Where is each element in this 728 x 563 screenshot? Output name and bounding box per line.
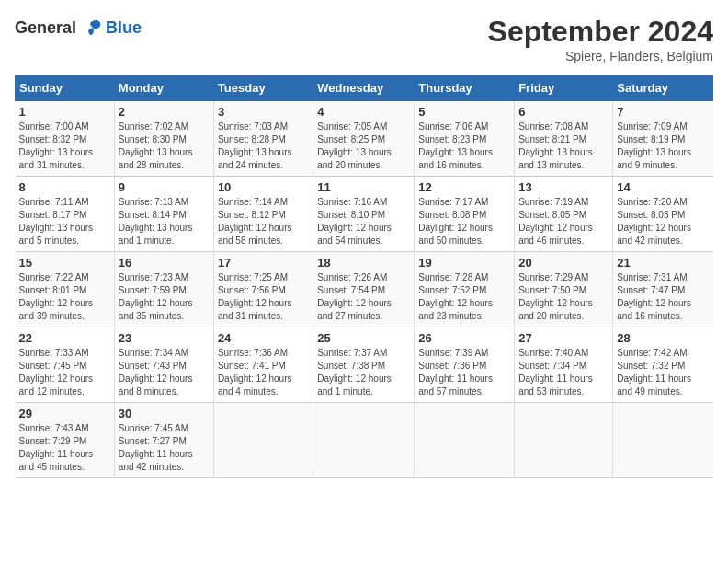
day-detail: Sunrise: 7:16 AM Sunset: 8:10 PM Dayligh…: [317, 196, 410, 247]
day-detail: Sunrise: 7:43 AM Sunset: 7:29 PM Dayligh…: [19, 422, 110, 474]
day-detail: Sunrise: 7:23 AM Sunset: 7:59 PM Dayligh…: [119, 271, 210, 323]
day-number: 24: [218, 331, 309, 345]
calendar-cell: 8Sunrise: 7:11 AM Sunset: 8:17 PM Daylig…: [16, 177, 115, 252]
logo-bird-icon: [78, 15, 104, 40]
day-detail: Sunrise: 7:22 AM Sunset: 8:01 PM Dayligh…: [19, 271, 110, 323]
day-number: 17: [218, 256, 309, 270]
day-detail: Sunrise: 7:05 AM Sunset: 8:25 PM Dayligh…: [317, 121, 410, 172]
day-detail: Sunrise: 7:17 AM Sunset: 8:08 PM Dayligh…: [418, 196, 510, 247]
calendar-cell: [313, 403, 415, 478]
calendar-cell: 27Sunrise: 7:40 AM Sunset: 7:34 PM Dayli…: [515, 327, 613, 403]
calendar-cell: 20Sunrise: 7:29 AM Sunset: 7:50 PM Dayli…: [515, 252, 613, 327]
day-number: 14: [617, 180, 709, 194]
calendar-cell: 22Sunrise: 7:33 AM Sunset: 7:45 PM Dayli…: [16, 327, 115, 403]
day-number: 1: [19, 105, 110, 119]
day-number: 5: [418, 105, 510, 119]
calendar-cell: [613, 403, 713, 478]
calendar-cell: 5Sunrise: 7:06 AM Sunset: 8:23 PM Daylig…: [415, 101, 515, 177]
day-detail: Sunrise: 7:36 AM Sunset: 7:41 PM Dayligh…: [218, 347, 309, 398]
day-detail: Sunrise: 7:06 AM Sunset: 8:23 PM Dayligh…: [418, 121, 510, 172]
column-header-monday: Monday: [114, 75, 213, 101]
day-detail: Sunrise: 7:26 AM Sunset: 7:54 PM Dayligh…: [317, 271, 410, 323]
calendar-cell: 24Sunrise: 7:36 AM Sunset: 7:41 PM Dayli…: [213, 327, 313, 403]
calendar-cell: 18Sunrise: 7:26 AM Sunset: 7:54 PM Dayli…: [313, 252, 415, 327]
day-detail: Sunrise: 7:13 AM Sunset: 8:14 PM Dayligh…: [119, 196, 210, 247]
day-number: 23: [119, 331, 210, 345]
day-number: 19: [418, 256, 510, 270]
logo-general: General: [15, 18, 76, 38]
column-header-wednesday: Wednesday: [313, 75, 415, 101]
calendar-table: SundayMondayTuesdayWednesdayThursdayFrid…: [15, 75, 713, 478]
calendar-cell: 23Sunrise: 7:34 AM Sunset: 7:43 PM Dayli…: [114, 327, 213, 403]
calendar-cell: 13Sunrise: 7:19 AM Sunset: 8:05 PM Dayli…: [515, 177, 613, 252]
header: General Blue September 2024 Spiere, Flan…: [15, 15, 713, 63]
day-detail: Sunrise: 7:42 AM Sunset: 7:32 PM Dayligh…: [617, 347, 709, 398]
calendar-cell: 26Sunrise: 7:39 AM Sunset: 7:36 PM Dayli…: [415, 327, 515, 403]
column-header-saturday: Saturday: [613, 75, 713, 101]
calendar-cell: 10Sunrise: 7:14 AM Sunset: 8:12 PM Dayli…: [213, 177, 313, 252]
week-row-1: 1Sunrise: 7:00 AM Sunset: 8:32 PM Daylig…: [16, 101, 713, 177]
day-number: 2: [119, 105, 210, 119]
day-detail: Sunrise: 7:33 AM Sunset: 7:45 PM Dayligh…: [19, 347, 110, 398]
week-row-2: 8Sunrise: 7:11 AM Sunset: 8:17 PM Daylig…: [16, 177, 713, 252]
day-detail: Sunrise: 7:08 AM Sunset: 8:21 PM Dayligh…: [518, 121, 609, 172]
calendar-cell: 1Sunrise: 7:00 AM Sunset: 8:32 PM Daylig…: [16, 101, 115, 177]
day-detail: Sunrise: 7:40 AM Sunset: 7:34 PM Dayligh…: [518, 347, 609, 398]
day-number: 29: [19, 407, 110, 420]
week-row-5: 29Sunrise: 7:43 AM Sunset: 7:29 PM Dayli…: [16, 403, 713, 478]
day-number: 4: [317, 105, 410, 119]
calendar-cell: 16Sunrise: 7:23 AM Sunset: 7:59 PM Dayli…: [114, 252, 213, 327]
day-detail: Sunrise: 7:19 AM Sunset: 8:05 PM Dayligh…: [518, 196, 609, 247]
day-detail: Sunrise: 7:14 AM Sunset: 8:12 PM Dayligh…: [218, 196, 309, 247]
title-block: September 2024 Spiere, Flanders, Belgium: [488, 15, 713, 63]
day-number: 3: [218, 105, 309, 119]
day-number: 12: [418, 180, 510, 194]
logo: General Blue: [15, 15, 142, 40]
day-number: 28: [617, 331, 709, 345]
day-detail: Sunrise: 7:11 AM Sunset: 8:17 PM Dayligh…: [19, 196, 110, 247]
day-number: 13: [518, 180, 609, 194]
calendar-cell: 21Sunrise: 7:31 AM Sunset: 7:47 PM Dayli…: [613, 252, 713, 327]
day-detail: Sunrise: 7:20 AM Sunset: 8:03 PM Dayligh…: [617, 196, 709, 247]
day-number: 22: [19, 331, 110, 345]
calendar-cell: 25Sunrise: 7:37 AM Sunset: 7:38 PM Dayli…: [313, 327, 415, 403]
day-number: 20: [518, 256, 609, 270]
day-detail: Sunrise: 7:25 AM Sunset: 7:56 PM Dayligh…: [218, 271, 309, 323]
day-number: 8: [19, 180, 110, 194]
day-number: 30: [119, 407, 210, 420]
day-detail: Sunrise: 7:39 AM Sunset: 7:36 PM Dayligh…: [418, 347, 510, 398]
day-number: 11: [317, 180, 410, 194]
day-detail: Sunrise: 7:29 AM Sunset: 7:50 PM Dayligh…: [518, 271, 609, 323]
calendar-cell: [415, 403, 515, 478]
logo-blue: Blue: [106, 18, 142, 38]
day-detail: Sunrise: 7:45 AM Sunset: 7:27 PM Dayligh…: [119, 422, 210, 474]
day-detail: Sunrise: 7:02 AM Sunset: 8:30 PM Dayligh…: [119, 121, 210, 172]
week-row-3: 15Sunrise: 7:22 AM Sunset: 8:01 PM Dayli…: [16, 252, 713, 327]
day-detail: Sunrise: 7:00 AM Sunset: 8:32 PM Dayligh…: [19, 121, 110, 172]
day-detail: Sunrise: 7:31 AM Sunset: 7:47 PM Dayligh…: [617, 271, 709, 323]
calendar-cell: 12Sunrise: 7:17 AM Sunset: 8:08 PM Dayli…: [415, 177, 515, 252]
calendar-cell: [213, 403, 313, 478]
day-number: 6: [518, 105, 609, 119]
month-title: September 2024: [488, 15, 713, 49]
day-number: 25: [317, 331, 410, 345]
column-header-tuesday: Tuesday: [213, 75, 313, 101]
day-detail: Sunrise: 7:09 AM Sunset: 8:19 PM Dayligh…: [617, 121, 709, 172]
day-number: 26: [418, 331, 510, 345]
day-number: 27: [518, 331, 609, 345]
calendar-cell: 19Sunrise: 7:28 AM Sunset: 7:52 PM Dayli…: [415, 252, 515, 327]
calendar-cell: 30Sunrise: 7:45 AM Sunset: 7:27 PM Dayli…: [114, 403, 213, 478]
day-detail: Sunrise: 7:34 AM Sunset: 7:43 PM Dayligh…: [119, 347, 210, 398]
calendar-cell: 4Sunrise: 7:05 AM Sunset: 8:25 PM Daylig…: [313, 101, 415, 177]
day-detail: Sunrise: 7:37 AM Sunset: 7:38 PM Dayligh…: [317, 347, 410, 398]
calendar-cell: 15Sunrise: 7:22 AM Sunset: 8:01 PM Dayli…: [16, 252, 115, 327]
calendar-cell: 29Sunrise: 7:43 AM Sunset: 7:29 PM Dayli…: [16, 403, 115, 478]
calendar-cell: 28Sunrise: 7:42 AM Sunset: 7:32 PM Dayli…: [613, 327, 713, 403]
day-number: 9: [119, 180, 210, 194]
day-number: 7: [617, 105, 709, 119]
day-header-row: SundayMondayTuesdayWednesdayThursdayFrid…: [16, 75, 713, 101]
week-row-4: 22Sunrise: 7:33 AM Sunset: 7:45 PM Dayli…: [16, 327, 713, 403]
calendar-cell: 17Sunrise: 7:25 AM Sunset: 7:56 PM Dayli…: [213, 252, 313, 327]
calendar-cell: 6Sunrise: 7:08 AM Sunset: 8:21 PM Daylig…: [515, 101, 613, 177]
calendar-cell: 9Sunrise: 7:13 AM Sunset: 8:14 PM Daylig…: [114, 177, 213, 252]
